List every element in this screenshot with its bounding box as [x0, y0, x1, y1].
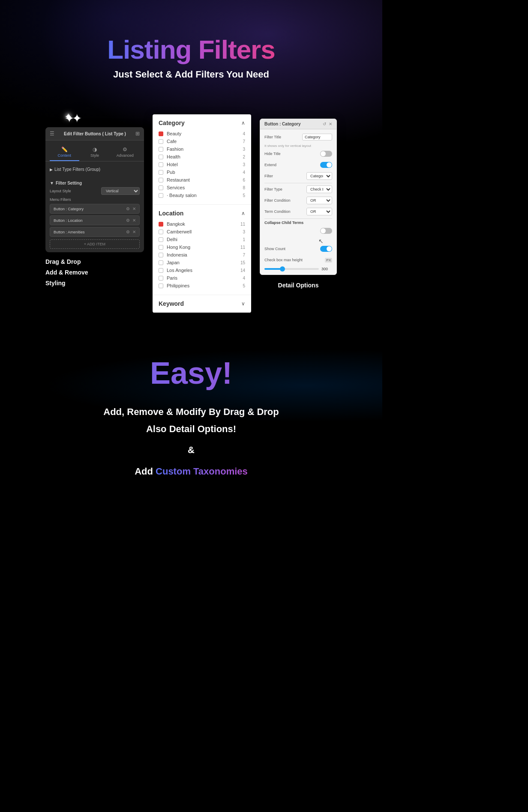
group-label: List Type Filters (Group)	[54, 167, 100, 172]
filter-type-select[interactable]: Check Box	[306, 185, 332, 193]
philippines-checkbox[interactable]	[159, 284, 163, 288]
group-arrow-icon: ▶	[50, 167, 53, 172]
camberwell-checkbox[interactable]	[159, 230, 163, 234]
tab-content[interactable]: ✏️ Content	[50, 144, 79, 161]
indonesia-label: Indonesia	[167, 252, 187, 257]
settings-icon-3[interactable]: ⚙	[126, 230, 130, 234]
list-item: Restaurant 6	[159, 176, 245, 184]
center-panel: Category ∧ Beauty 4 Cafe 7	[153, 114, 251, 313]
style-tab-icon: ◑	[93, 146, 97, 152]
add-remove-label: Add & Remove	[45, 267, 88, 278]
showcase-area: ☰ Edit Filter Buttons ( List Type ) ⊞ ✏️…	[17, 114, 365, 313]
cursor-area: ↖	[264, 238, 332, 245]
hongkong-checkbox[interactable]	[159, 245, 163, 250]
keyword-header[interactable]: Keyword ∨	[159, 300, 245, 307]
list-item: Hong Kong 11	[159, 243, 245, 251]
hamburger-icon: ☰	[50, 131, 54, 137]
right-panel-header: Button : Category ↺ ✕	[260, 119, 336, 129]
beauty-count: 4	[243, 131, 245, 136]
advanced-tab-label: Advanced	[117, 153, 134, 158]
filter-condition-label: Filter Condition	[264, 198, 306, 203]
japan-label: Japan	[167, 260, 180, 265]
paris-label: Paris	[167, 275, 177, 281]
term-condition-select[interactable]: OR	[306, 208, 332, 215]
indonesia-checkbox[interactable]	[159, 253, 163, 257]
collapse-child-toggle[interactable]	[320, 228, 332, 234]
settings-icon-2[interactable]: ⚙	[126, 218, 130, 223]
hotel-checkbox[interactable]	[159, 162, 163, 167]
beauty-salon-count: 5	[243, 193, 245, 198]
content-tab-icon: ✏️	[61, 146, 68, 152]
list-item: Delhi 1	[159, 236, 245, 243]
filter-item-category-name: Button : Category	[54, 207, 126, 211]
category-header[interactable]: Category ∧	[159, 119, 245, 126]
bangkok-checkbox[interactable]	[159, 222, 163, 227]
delhi-checkbox[interactable]	[159, 237, 163, 242]
filter-title-input[interactable]	[302, 134, 332, 140]
list-item: Fashion 3	[159, 145, 245, 153]
group-section: ▶ List Type Filters (Group)	[45, 161, 144, 177]
filter-title-row: Filter Title	[264, 133, 332, 141]
japan-checkbox[interactable]	[159, 260, 163, 265]
filter-item-amenities-name: Button : Amenities	[54, 230, 126, 234]
filter-item-location-name: Button : Location	[54, 218, 126, 223]
settings-icon[interactable]: ⚙	[126, 206, 130, 211]
cafe-checkbox[interactable]	[159, 139, 163, 144]
beauty-label: Beauty	[167, 131, 181, 136]
custom-taxonomies-text: Custom Taxonomies	[156, 466, 248, 477]
divider-1	[264, 183, 332, 183]
list-item: Paris 4	[159, 274, 245, 282]
filter-condition-select[interactable]: OR	[306, 197, 332, 204]
styling-label: Styling	[45, 278, 88, 289]
location-header[interactable]: Location ∧	[159, 210, 245, 217]
japan-count: 15	[240, 260, 245, 265]
services-checkbox[interactable]	[159, 185, 163, 190]
bottom-ampersand: &	[17, 442, 365, 459]
tab-style[interactable]: ◑ Style	[80, 144, 110, 161]
hongkong-label: Hong Kong	[167, 245, 190, 250]
list-item: Services 8	[159, 184, 245, 191]
list-item: Health 2	[159, 153, 245, 161]
bottom-line1: Add, Remove & Modify By Drag & Drop	[17, 403, 365, 421]
list-item: Hotel 3	[159, 161, 245, 168]
hide-title-label: Hide Title	[264, 152, 320, 156]
beauty-checkbox[interactable]	[159, 131, 163, 136]
losangeles-count: 14	[240, 268, 245, 273]
philippines-label: Philippines	[167, 283, 189, 288]
refresh-icon[interactable]: ↺	[323, 122, 326, 126]
fashion-checkbox[interactable]	[159, 147, 163, 152]
pub-label: Pub	[167, 170, 175, 175]
close-panel-icon[interactable]: ✕	[329, 122, 332, 126]
health-checkbox[interactable]	[159, 155, 163, 159]
extend-toggle[interactable]	[320, 162, 332, 168]
style-tab-label: Style	[90, 153, 99, 158]
restaurant-count: 6	[243, 178, 245, 182]
hide-title-toggle[interactable]	[320, 151, 332, 157]
slider-track	[264, 268, 319, 270]
losangeles-checkbox[interactable]	[159, 268, 163, 273]
cafe-label: Cafe	[167, 139, 177, 144]
beauty-salon-checkbox[interactable]	[159, 193, 163, 198]
close-icon-3[interactable]: ✕	[132, 230, 136, 234]
losangeles-label: Los Angeles	[167, 268, 192, 273]
content-tab-label: Content	[58, 153, 72, 158]
close-icon[interactable]: ✕	[132, 206, 136, 211]
right-panel-container: Button : Category ↺ ✕ Filter Title It sh…	[260, 114, 337, 289]
filter-item-amenities: Button : Amenities ⚙ ✕	[50, 227, 140, 237]
close-icon-2[interactable]: ✕	[132, 218, 136, 223]
show-count-toggle[interactable]	[320, 246, 332, 252]
add-item-button[interactable]: + ADD ITEM	[50, 239, 140, 249]
extend-label: Extend	[264, 163, 320, 167]
location-title: Location	[159, 210, 183, 217]
paris-checkbox[interactable]	[159, 276, 163, 281]
slider-thumb[interactable]	[280, 266, 285, 272]
right-panel: Button : Category ↺ ✕ Filter Title It sh…	[260, 119, 337, 275]
checkbox-max-height-label: Check box max height	[264, 258, 325, 262]
bottom-line3: Add Custom Taxonomies	[17, 463, 365, 480]
tab-advanced[interactable]: ⚙ Advanced	[110, 144, 140, 161]
drag-drop-label: Drag & Drop	[45, 257, 88, 267]
pub-checkbox[interactable]	[159, 170, 163, 175]
filter-select[interactable]: Category	[306, 172, 332, 180]
restaurant-checkbox[interactable]	[159, 178, 163, 182]
layout-select[interactable]: Vertical	[101, 187, 140, 195]
